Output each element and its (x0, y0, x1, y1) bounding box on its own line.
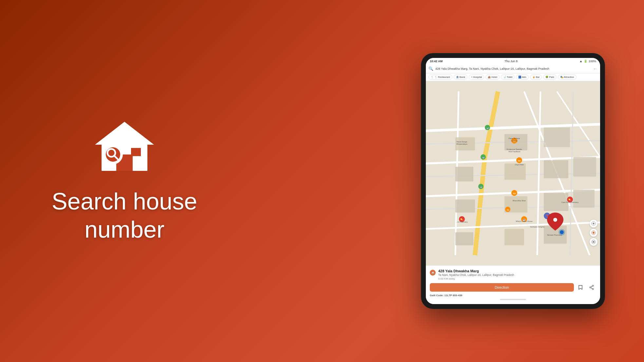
svg-point-79 (593, 232, 595, 234)
svg-rect-26 (573, 157, 596, 177)
svg-text:Witty's Coffee House: Witty's Coffee House (516, 220, 532, 222)
location-distance: 0.03 KM away (438, 277, 596, 280)
location-marker-icon: 🏠 (430, 270, 436, 276)
direction-button[interactable]: Direction (430, 283, 574, 292)
svg-rect-23 (455, 167, 473, 182)
search-bar[interactable]: 🔍 428 Yala Dhwakha Marg, Ta Nani, Nyakha… (426, 64, 600, 73)
svg-text:Sechwan Delights: Sechwan Delights (530, 226, 544, 228)
filter-attraction[interactable]: 🎭 Attraction (558, 75, 577, 80)
svg-text:🍽: 🍽 (513, 192, 516, 195)
location-details: 428 Yala Dhwakha Marg Ta Nani, Nyakha Ch… (438, 269, 596, 280)
save-button[interactable] (576, 283, 585, 292)
tablet-screen: 10:42 AM Thu Jun 8 ▲ 🔋 100% 🔍 428 Yala D… (426, 58, 600, 304)
svg-text:Nirmala Pharmacy: Nirmala Pharmacy (547, 234, 562, 236)
svg-text:Nava Durga: Nava Durga (457, 141, 467, 143)
filter-row: 🍴 🍴 Restaurant 🏦 Bank + Hospital 🏨 Hotel… (426, 73, 600, 81)
status-time: 10:42 AM (430, 60, 443, 63)
battery-icon: 🔋 (584, 60, 587, 63)
filter-hotel[interactable]: 🏨 Hotel (485, 75, 500, 80)
location-name: 428 Yala Dhwakha Marg (438, 269, 596, 273)
svg-text:Patan Multiple: Patan Multiple (509, 137, 520, 139)
svg-text:🍽: 🍽 (507, 209, 509, 211)
svg-rect-27 (455, 200, 475, 213)
svg-line-86 (591, 286, 592, 287)
svg-point-57 (553, 218, 557, 222)
location-button[interactable] (590, 229, 597, 237)
svg-rect-2 (131, 148, 141, 156)
battery-level: 100% (589, 60, 596, 63)
svg-text:Bhojanalaya: Bhojanalaya (456, 143, 467, 145)
svg-text:Bharchha Shar: Bharchha Shar (513, 200, 526, 202)
svg-rect-32 (504, 229, 524, 245)
svg-point-84 (590, 287, 591, 288)
filter-park[interactable]: 🌳 Park (543, 75, 556, 80)
svg-rect-30 (573, 190, 595, 208)
svg-point-83 (592, 285, 594, 286)
app-title: Search house number (52, 187, 197, 244)
zoom-in-button[interactable] (590, 220, 597, 227)
filter-atm[interactable]: 🏧 Atm (516, 75, 528, 80)
search-text: 428 Yala Dhwakha Marg, Ta Nani, Nyakha C… (435, 67, 591, 70)
status-bar: 10:42 AM Thu Jun 8 ▲ 🔋 100% (426, 58, 600, 64)
location-info: 🏠 428 Yala Dhwakha Marg Ta Nani, Nyakha … (430, 269, 596, 280)
tablet-device: 10:42 AM Thu Jun 8 ▲ 🔋 100% 🔍 428 Yala D… (421, 53, 605, 309)
home-indicator[interactable] (500, 299, 526, 300)
filter-bar[interactable]: 🍺 Bar (530, 75, 542, 80)
location-actions: Direction (430, 283, 596, 292)
filter-toilet[interactable]: 🚽 Toilet (501, 75, 515, 80)
status-right: ▲ 🔋 100% (579, 60, 596, 63)
map-area[interactable]: 🚌 🚌 🚌 🍽 🍽 🍽 🍽 💊 💊 (426, 81, 600, 265)
signal-icon: ▲ (579, 60, 582, 63)
location-address: Ta Nani, Nyakha Chok, Lalitpur-16, Lalit… (438, 273, 596, 277)
svg-text:Annpurna Sweets: Annpurna Sweets (506, 148, 522, 150)
status-date: Thu Jun 8 (504, 60, 518, 63)
search-icon: 🔍 (428, 66, 433, 71)
svg-rect-25 (544, 160, 568, 178)
svg-text:And Fastfood: And Fastfood (508, 151, 520, 153)
svg-text:🚌: 🚌 (482, 156, 485, 159)
filter-restaurant[interactable]: 🍴 🍴 Restaurant (428, 75, 452, 80)
share-button[interactable] (587, 283, 596, 292)
svg-line-87 (591, 288, 592, 289)
svg-text:Campus: Campus (511, 140, 518, 142)
filter-hospital[interactable]: + Hospital (469, 75, 484, 80)
svg-text:🚌: 🚌 (486, 126, 489, 129)
svg-text:...m Pharmacy: ...m Pharmacy (456, 221, 468, 223)
bottom-panel: 🏠 428 Yala Dhwakha Marg Ta Nani, Nyakha … (426, 265, 600, 304)
back-button[interactable]: ← (593, 66, 597, 71)
svg-point-85 (592, 288, 594, 290)
svg-rect-22 (544, 128, 570, 147)
app-icon (92, 118, 157, 177)
svg-rect-31 (455, 232, 473, 245)
filter-bank[interactable]: 🏦 Bank (454, 75, 467, 80)
galli-code: Galli Code: 11LTP 893-439 (430, 294, 596, 297)
map-controls (590, 220, 597, 246)
left-panel: Search house number (26, 118, 223, 244)
svg-text:🚌: 🚌 (480, 185, 483, 188)
svg-text:Chya Patai: Chya Patai (515, 164, 524, 166)
svg-rect-24 (504, 164, 526, 180)
svg-text:Care Point Pharmacy: Care Point Pharmacy (561, 201, 579, 203)
svg-text:🍽: 🍽 (518, 159, 521, 162)
close-button[interactable] (590, 238, 597, 246)
